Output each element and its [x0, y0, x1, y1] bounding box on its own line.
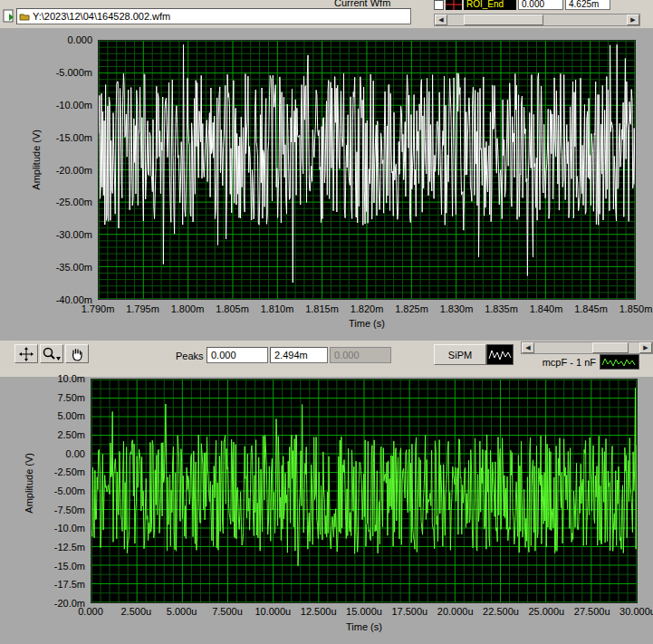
y-tick-label: -17.5m	[54, 579, 85, 590]
browse-icon	[3, 9, 15, 24]
x-tick-label: 1.815m	[305, 303, 339, 314]
wfm-path-value: Y:\2023\12\04\164528.002.wfm	[33, 11, 170, 22]
cursor-legend-row: ROI_End 0.000 4.625m	[434, 0, 644, 13]
x-tick-label: 1.800m	[171, 303, 205, 314]
y-tick-label: 0.00	[66, 448, 85, 459]
bottom-graph-y-axis: 10.0m7.50m5.00m2.50m0.00-2.50m-5.00m-7.5…	[45, 379, 87, 603]
cursor-legend-scrollbar[interactable]: ◀ ▶	[434, 14, 640, 26]
cursor-x-value[interactable]: 0.000	[518, 0, 563, 10]
y-tick-label: -10.00m	[56, 100, 92, 111]
scrollbar-left-arrow-icon[interactable]: ◀	[435, 14, 447, 25]
x-tick-label: 5.000u	[167, 606, 197, 617]
y-tick-label: -12.5m	[54, 542, 85, 553]
x-tick-label: 1.835m	[485, 303, 518, 314]
y-tick-label: 10.0m	[57, 373, 85, 384]
labview-front-panel: Y:\2023\12\04\164528.002.wfm Current Wfm…	[0, 0, 653, 644]
x-tick-label: 1.825m	[395, 303, 428, 314]
peak-value-2[interactable]: 2.494m	[270, 347, 328, 363]
sipm-waveform-preview[interactable]	[486, 344, 514, 365]
scrollbar-thumb[interactable]	[592, 342, 629, 353]
x-tick-label: 1.805m	[216, 303, 249, 314]
x-tick-label: 15.000u	[346, 606, 382, 617]
x-tick-label: 10.000u	[254, 606, 291, 617]
top-graph-y-axis: 0.000-5.000m-10.00m-15.00m-20.00m-25.00m…	[51, 40, 94, 300]
sipm-selector-label: SiPM	[448, 350, 472, 360]
scrollbar-right-arrow-icon[interactable]: ▶	[639, 342, 652, 353]
x-tick-label: 30.000u	[619, 606, 653, 617]
current-wfm-label: Current Wfm	[334, 0, 407, 8]
plot-area-svg[interactable]	[99, 41, 635, 299]
peaks-label: Peaks	[176, 351, 204, 361]
x-tick-label: 1.845m	[574, 303, 608, 314]
plot-legend-label[interactable]: mcpF - 1 nF	[525, 357, 596, 368]
graph-zoom-tool-button[interactable]	[40, 344, 63, 363]
bottom-graph-x-axis: 0.0002.500u5.000u7.500u10.000u12.500u15.…	[91, 606, 638, 618]
green-waveform-icon	[601, 356, 638, 368]
x-tick-label: 20.000u	[437, 606, 474, 617]
x-tick-label: 2.500u	[121, 606, 152, 617]
x-tick-label: 1.810m	[261, 303, 294, 314]
x-tick-label: 1.840m	[530, 303, 563, 314]
scrollbar-thumb[interactable]	[464, 14, 543, 25]
browse-button[interactable]	[3, 9, 15, 24]
x-tick-label: 0.000	[78, 606, 103, 617]
current-wfm-label-clip: Current Wfm	[334, 0, 407, 8]
y-tick-label: -5.000m	[56, 67, 92, 78]
top-graph-y-axis-title: Amplitude (V)	[31, 130, 42, 190]
top-waveform-graph[interactable]	[98, 40, 636, 300]
x-tick-label: 1.790m	[82, 303, 115, 314]
folder-icon	[19, 12, 30, 21]
cursor-legend-checkbox[interactable]	[434, 0, 444, 10]
y-tick-label: 2.50m	[57, 429, 85, 440]
sipm-selector-button[interactable]: SiPM	[434, 344, 486, 365]
x-tick-label: 12.500u	[301, 606, 337, 617]
y-tick-label: -15.0m	[54, 561, 85, 572]
y-tick-label: -7.50m	[54, 505, 85, 515]
y-tick-label: -10.0m	[54, 523, 85, 533]
plot-legend-scrollbar[interactable]: ◀ ▶	[521, 341, 653, 354]
white-waveform-icon	[488, 347, 512, 362]
scrollbar-left-arrow-icon[interactable]: ◀	[522, 342, 534, 353]
y-tick-label: -25.00m	[56, 197, 92, 207]
top-graph-x-axis: 1.790m1.795m1.800m1.805m1.810m1.815m1.82…	[98, 303, 636, 315]
crosshair-icon	[19, 347, 34, 361]
x-tick-label: 25.000u	[528, 606, 564, 617]
plot-legend-waveform-swatch[interactable]	[600, 354, 639, 370]
x-tick-label: 17.500u	[391, 606, 427, 617]
peak-value-1[interactable]: 0.000	[206, 347, 268, 363]
x-tick-label: 1.795m	[126, 303, 159, 314]
plot-area-svg[interactable]	[91, 380, 637, 602]
scrollbar-track[interactable]	[447, 14, 627, 25]
y-tick-label: -35.00m	[56, 262, 92, 273]
y-tick-label: 5.00m	[57, 410, 85, 421]
bottom-graph-x-axis-title: Time (s)	[91, 621, 638, 632]
graph-cursor-tool-button[interactable]	[14, 344, 38, 363]
cursor-style-icon[interactable]	[446, 0, 462, 10]
wfm-path-input[interactable]: Y:\2023\12\04\164528.002.wfm	[16, 8, 411, 24]
top-bar: Y:\2023\12\04\164528.002.wfm Current Wfm…	[0, 0, 653, 28]
y-tick-label: 7.50m	[57, 392, 85, 403]
hand-icon	[70, 347, 84, 361]
magnifier-icon	[42, 346, 62, 361]
y-tick-label: -20.00m	[56, 165, 92, 176]
x-tick-label: 27.500u	[574, 606, 610, 617]
y-tick-label: -30.00m	[56, 229, 92, 240]
bottom-waveform-graph[interactable]	[91, 379, 638, 603]
y-tick-label: -5.00m	[54, 485, 85, 496]
x-tick-label: 7.500u	[212, 606, 243, 617]
y-tick-label: -15.00m	[56, 132, 92, 143]
bottom-graph-y-axis-title: Amplitude (V)	[24, 453, 34, 514]
x-tick-label: 22.500u	[483, 606, 519, 617]
x-tick-label: 1.850m	[619, 303, 653, 314]
x-tick-label: 1.830m	[440, 303, 474, 314]
y-tick-label: 0.000	[67, 34, 92, 45]
cursor-y-value[interactable]: 4.625m	[565, 0, 610, 10]
graph-pan-tool-button[interactable]	[65, 344, 89, 363]
peak-value-3-disabled: 0.000	[330, 347, 391, 363]
scrollbar-track[interactable]	[534, 342, 639, 353]
x-tick-label: 1.820m	[351, 303, 384, 314]
y-tick-label: -2.50m	[54, 466, 85, 477]
top-graph-x-axis-title: Time (s)	[98, 318, 636, 329]
cursor-name-label[interactable]: ROI_End	[464, 0, 516, 10]
scrollbar-right-arrow-icon[interactable]: ▶	[627, 14, 639, 25]
